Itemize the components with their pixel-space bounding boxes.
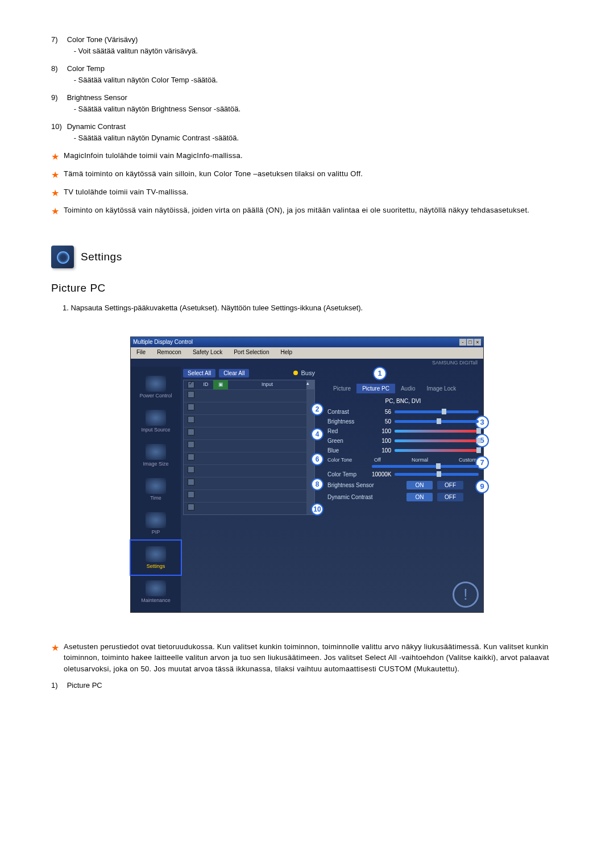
item-desc: - Voit säätää valitun näytön värisävyä. — [74, 47, 198, 55]
checkbox-icon[interactable] — [188, 391, 194, 398]
slider-thumb-icon[interactable] — [442, 409, 446, 414]
slider-value: 100 — [372, 428, 395, 434]
slider-row-green: Green 100 — [327, 438, 479, 444]
table-row[interactable] — [184, 389, 314, 402]
slider-thumb-icon[interactable] — [476, 438, 481, 443]
sidebar-item-imagesize[interactable]: Image Size — [131, 438, 181, 472]
table-row[interactable]: 6 — [184, 452, 314, 464]
dynamic-contrast-row: Dynamic Contrast ON OFF — [327, 493, 479, 501]
checkbox-icon[interactable] — [188, 429, 194, 435]
slider-row-contrast: Contrast 56 3 — [327, 409, 479, 415]
checkbox-icon[interactable] — [188, 441, 194, 448]
checkbox-icon[interactable] — [188, 454, 194, 460]
slider-thumb-icon[interactable] — [476, 447, 481, 453]
table-row[interactable] — [184, 489, 314, 502]
menu-item[interactable]: Help — [275, 347, 298, 359]
table-row[interactable]: 2 — [184, 402, 314, 414]
item-content: Dynamic Contrast - Säätää valitun näytön… — [67, 121, 550, 143]
table-row[interactable] — [184, 439, 314, 452]
star-icon: ★ — [51, 168, 59, 182]
titlebar: Multiple Display Control -□× — [131, 337, 483, 347]
tone-opt[interactable]: Normal — [412, 457, 428, 463]
tone-slider-row — [327, 465, 479, 468]
col-id: ID — [198, 380, 213, 389]
menu-item[interactable]: Port Selection — [228, 347, 275, 359]
sidebar-item-settings[interactable]: Settings — [130, 539, 182, 576]
slider[interactable] — [395, 473, 479, 476]
menu-item[interactable]: Remocon — [151, 347, 187, 359]
slider-thumb-icon[interactable] — [436, 463, 441, 469]
slider[interactable] — [395, 410, 479, 413]
slider-thumb-icon[interactable] — [476, 428, 481, 434]
settings-title: Settings — [81, 251, 122, 263]
tab-image-lock[interactable]: Image Lock — [421, 384, 462, 393]
table-row[interactable] — [184, 464, 314, 477]
star-icon: ★ — [51, 186, 59, 200]
sidebar-item-maintenance[interactable]: Maintenance — [131, 575, 181, 609]
minimize-icon[interactable]: - — [459, 339, 466, 346]
on-button[interactable]: ON — [406, 493, 433, 501]
checkbox-icon[interactable] — [188, 404, 194, 410]
scrollbar-up-icon[interactable]: ▴ — [306, 380, 314, 389]
item-title: Picture PC — [67, 680, 550, 691]
slider[interactable] — [395, 449, 479, 452]
col-input: Input — [228, 380, 306, 389]
note: ★ Tämä toiminto on käytössä vain silloin… — [51, 168, 563, 182]
notes-bottom: ★ Asetusten perustiedot ovat tietoruuduk… — [51, 641, 563, 675]
sidebar: Power Control Input Source Image Size Ti… — [131, 367, 181, 612]
checkbox-icon[interactable] — [188, 466, 194, 473]
slider-thumb-icon[interactable] — [437, 471, 441, 477]
item-content: Brightness Sensor - Säätää valitun näytö… — [67, 92, 550, 114]
slider-thumb-icon[interactable] — [437, 418, 441, 424]
off-button[interactable]: OFF — [437, 493, 463, 501]
table-row[interactable] — [184, 414, 314, 427]
table-row[interactable]: 4 — [184, 427, 314, 439]
checkbox-icon[interactable] — [188, 504, 194, 510]
tab-audio[interactable]: Audio — [395, 384, 421, 393]
table-row[interactable]: 8 — [184, 477, 314, 489]
slider-label: Brightness — [327, 418, 372, 425]
table-row[interactable]: 10 — [184, 502, 314, 514]
tone-opt[interactable]: Custom — [459, 457, 476, 463]
slider[interactable] — [372, 465, 479, 468]
slider[interactable] — [395, 430, 479, 433]
sidebar-item-power[interactable]: Power Control — [131, 370, 181, 404]
close-icon[interactable]: × — [474, 339, 481, 346]
checkbox-icon[interactable] — [188, 381, 194, 388]
select-all-button[interactable]: Select All — [183, 369, 215, 377]
sidebar-item-input[interactable]: Input Source — [131, 404, 181, 438]
col-check — [184, 380, 198, 389]
maximize-icon[interactable]: □ — [467, 339, 474, 346]
time-icon — [146, 478, 166, 494]
brightness-sensor-row: Brightness Sensor ON OFF 9 — [327, 481, 479, 489]
checkbox-icon[interactable] — [188, 491, 194, 498]
sidebar-item-time[interactable]: Time — [131, 472, 181, 506]
note-text: Asetusten perustiedot ovat tietoruudukos… — [64, 641, 563, 675]
slider[interactable] — [395, 420, 479, 423]
menu-item[interactable]: Safety Lock — [187, 347, 228, 359]
menu-item[interactable]: File — [131, 347, 151, 359]
tab-picture-pc[interactable]: Picture PC — [356, 384, 395, 393]
sidebar-label: Input Source — [141, 427, 170, 433]
off-button[interactable]: OFF — [437, 481, 463, 489]
slider[interactable] — [395, 439, 479, 442]
sidebar-item-pip[interactable]: PIP — [131, 506, 181, 541]
on-button[interactable]: ON — [406, 481, 433, 489]
sidebar-label: Settings — [147, 563, 165, 569]
note-text: Toiminto on käytössä vain näytöissä, joi… — [64, 205, 563, 218]
checkbox-icon[interactable] — [188, 416, 194, 423]
temp-value: 10000K — [372, 471, 395, 477]
slider-value: 50 — [372, 418, 395, 425]
slider-row-blue: Blue 100 — [327, 447, 479, 454]
tab-picture[interactable]: Picture — [327, 384, 356, 393]
feature-item: 8) Color Temp - Säätää valitun näytön Co… — [51, 63, 563, 85]
tone-opt[interactable]: Off — [374, 457, 381, 463]
clear-all-button[interactable]: Clear All — [219, 369, 249, 377]
bottom-list-item: 1) Picture PC — [51, 680, 563, 691]
slider-label: Contrast — [327, 409, 372, 415]
note: ★ TV tulolähde toimii vain TV-mallissa. — [51, 186, 563, 200]
checkbox-icon[interactable] — [188, 479, 194, 485]
item-content: Color Temp - Säätää valitun näytön Color… — [67, 63, 550, 85]
window-buttons[interactable]: -□× — [459, 339, 481, 346]
settings-header: Settings — [51, 246, 563, 268]
